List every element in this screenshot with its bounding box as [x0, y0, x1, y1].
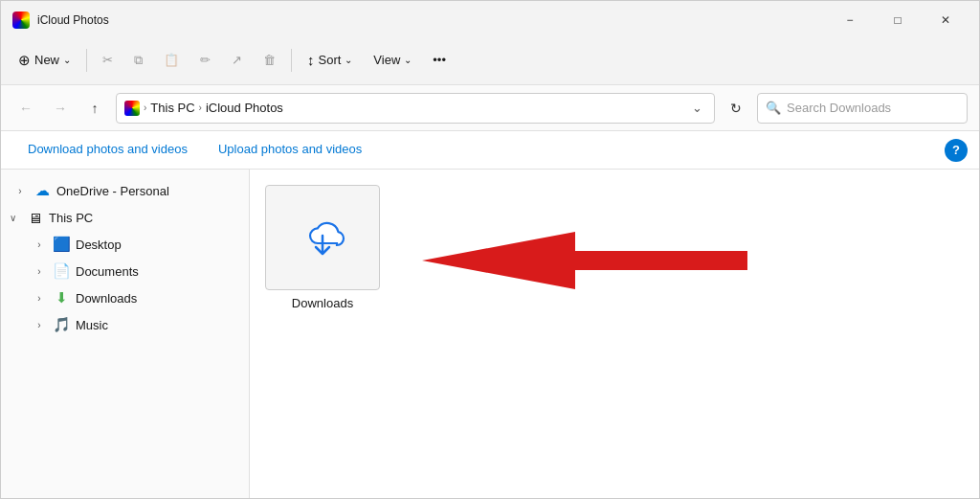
file-grid: Downloads	[265, 185, 964, 310]
share-icon: ↗	[232, 53, 242, 67]
documents-icon: 📄	[53, 262, 70, 280]
share-button: ↗	[222, 43, 252, 78]
sidebar-label-onedrive: OneDrive - Personal	[56, 184, 241, 198]
rename-icon: ✏	[200, 53, 211, 67]
up-button[interactable]: ↑	[81, 95, 108, 122]
search-icon: 🔍	[766, 101, 781, 115]
search-box[interactable]: 🔍 Search Downloads	[757, 93, 968, 124]
delete-icon: 🗑	[263, 53, 276, 67]
sidebar-item-music[interactable]: › 🎵 Music	[1, 311, 249, 338]
toolbar-separator-1	[86, 49, 87, 72]
sort-button[interactable]: ↕ Sort ⌄	[298, 43, 362, 78]
new-label: New	[34, 53, 59, 67]
path-separator-1: ›	[144, 102, 146, 113]
icloud-path-icon	[124, 101, 140, 116]
sidebar-label-music: Music	[76, 318, 241, 332]
path-this-pc: This PC	[150, 101, 194, 115]
new-button[interactable]: ⊕ New ⌄	[9, 43, 80, 78]
view-chevron-icon: ⌄	[404, 55, 412, 65]
path-separator-2: ›	[199, 102, 202, 113]
cut-button: ✂	[93, 43, 122, 78]
address-bar: ← → ↑ › This PC › iCloud Photos ⌄ ↻ 🔍 Se…	[1, 85, 979, 131]
view-button[interactable]: View ⌄	[364, 43, 421, 78]
help-button[interactable]: ?	[945, 139, 968, 162]
sidebar-label-documents: Documents	[76, 264, 241, 279]
more-button[interactable]: •••	[423, 43, 456, 78]
tab-upload-photos[interactable]: Upload photos and videos	[203, 134, 377, 166]
path-dropdown-button[interactable]: ⌄	[688, 101, 706, 115]
sidebar-label-thispc: This PC	[49, 211, 241, 225]
app-title: iCloud Photos	[37, 13, 109, 27]
sort-chevron-icon: ⌄	[345, 55, 352, 65]
downloads-chevron-icon: ›	[32, 293, 47, 304]
thispc-icon: 🖥	[26, 209, 43, 226]
sort-label: Sort	[319, 53, 342, 67]
toolbar-separator-2	[291, 49, 292, 72]
cut-icon: ✂	[102, 53, 113, 67]
desktop-chevron-icon: ›	[32, 239, 47, 250]
new-chevron-icon: ⌄	[63, 55, 71, 65]
view-label: View	[373, 53, 400, 67]
window-controls: − □ ✕	[828, 7, 968, 34]
title-bar: iCloud Photos − □ ✕	[1, 1, 979, 35]
more-icon: •••	[433, 53, 446, 67]
desktop-icon: 🟦	[53, 236, 70, 253]
downloads-icon: ⬇	[53, 289, 70, 306]
back-button: ←	[12, 95, 39, 122]
sidebar-item-onedrive[interactable]: › ☁ OneDrive - Personal	[1, 177, 249, 204]
sidebar-item-desktop[interactable]: › 🟦 Desktop	[1, 231, 249, 258]
address-path[interactable]: › This PC › iCloud Photos ⌄	[116, 93, 715, 124]
sidebar-label-desktop: Desktop	[76, 238, 241, 252]
file-item-downloads[interactable]: Downloads	[265, 185, 380, 310]
onedrive-chevron-icon: ›	[12, 186, 28, 196]
sidebar-item-downloads[interactable]: › ⬇ Downloads	[1, 284, 249, 311]
music-icon: 🎵	[53, 316, 70, 333]
close-button[interactable]: ✕	[924, 7, 968, 34]
title-bar-left: iCloud Photos	[12, 11, 109, 29]
paste-button: 📋	[154, 43, 189, 78]
documents-chevron-icon: ›	[32, 266, 47, 277]
paste-icon: 📋	[164, 53, 179, 67]
rename-button: ✏	[190, 43, 220, 78]
toolbar: ⊕ New ⌄ ✂ ⧉ 📋 ✏ ↗ 🗑 ↕ Sort ⌄ View ⌄ •••	[1, 35, 979, 85]
path-icloud-photos: iCloud Photos	[206, 101, 283, 115]
delete-button: 🗑	[254, 43, 285, 78]
downloads-folder-icon	[265, 185, 380, 290]
copy-button: ⧉	[124, 43, 152, 78]
forward-button: →	[47, 95, 74, 122]
sidebar-item-thispc[interactable]: ∨ 🖥 This PC	[1, 204, 249, 231]
file-area: Downloads	[250, 170, 979, 498]
app-icon	[12, 11, 30, 29]
refresh-button[interactable]: ↻	[723, 95, 749, 122]
onedrive-icon: ☁	[33, 182, 51, 199]
copy-icon: ⧉	[134, 53, 143, 68]
main-content: › ☁ OneDrive - Personal ∨ 🖥 This PC › 🟦 …	[1, 170, 979, 498]
sidebar-label-downloads: Downloads	[76, 291, 241, 306]
sidebar: › ☁ OneDrive - Personal ∨ 🖥 This PC › 🟦 …	[1, 170, 250, 498]
minimize-button[interactable]: −	[828, 7, 872, 34]
sort-icon: ↕	[307, 52, 315, 68]
search-placeholder: Search Downloads	[787, 101, 891, 115]
tab-download-photos[interactable]: Download photos and videos	[12, 134, 203, 166]
music-chevron-icon: ›	[32, 320, 47, 330]
maximize-button[interactable]: □	[876, 7, 920, 34]
thispc-chevron-icon: ∨	[5, 213, 20, 223]
downloads-folder-label: Downloads	[292, 296, 353, 310]
action-bar: Download photos and videos Upload photos…	[1, 131, 979, 170]
plus-icon: ⊕	[18, 52, 31, 69]
sidebar-item-documents[interactable]: › 📄 Documents	[1, 258, 249, 284]
